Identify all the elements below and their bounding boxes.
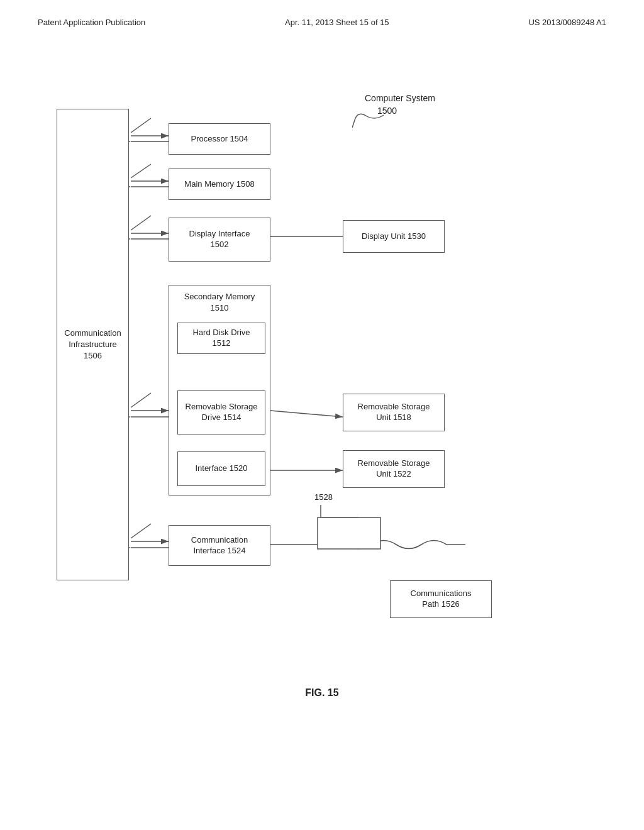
secondary-memory-label: Secondary Memory 1510 (173, 291, 266, 314)
svg-line-11 (131, 216, 151, 230)
comms-path-box: Communications Path 1526 (390, 580, 492, 618)
removable-unit-1518-box: Removable Storage Unit 1518 (343, 394, 445, 431)
computer-system-label: Computer System (365, 93, 435, 103)
header-left: Patent Application Publication (38, 18, 145, 27)
removable-drive-box: Removable Storage Drive 1514 (177, 390, 265, 434)
fig-caption: FIG. 15 (0, 687, 644, 699)
main-memory-box: Main Memory 1508 (169, 169, 270, 200)
display-interface-box: Display Interface 1502 (169, 218, 270, 262)
svg-line-8 (131, 164, 151, 178)
interface-1520-box: Interface 1520 (177, 451, 265, 486)
comm-interface-box: Communication Interface 1524 (169, 525, 270, 566)
page: Patent Application Publication Apr. 11, … (0, 0, 644, 830)
svg-line-5 (131, 118, 151, 133)
diagram-area: Computer System 1500 Communication Infra… (0, 33, 644, 756)
processor-box: Processor 1504 (169, 123, 270, 155)
label-1528: 1528 (314, 492, 333, 502)
hard-disk-box: Hard Disk Drive 1512 (177, 323, 265, 354)
svg-line-15 (131, 393, 151, 407)
display-unit-box: Display Unit 1530 (343, 220, 445, 253)
svg-line-16 (270, 411, 343, 417)
page-header: Patent Application Publication Apr. 11, … (0, 0, 644, 27)
removable-unit-1522-box: Removable Storage Unit 1522 (343, 450, 445, 488)
comm-infrastructure-box: Communication Infrastructure 1506 (57, 109, 129, 580)
svg-line-20 (131, 524, 151, 538)
svg-rect-26 (318, 517, 380, 549)
header-center: Apr. 11, 2013 Sheet 15 of 15 (285, 18, 389, 27)
squiggle-1500 (352, 112, 390, 131)
header-right: US 2013/0089248 A1 (528, 18, 606, 27)
